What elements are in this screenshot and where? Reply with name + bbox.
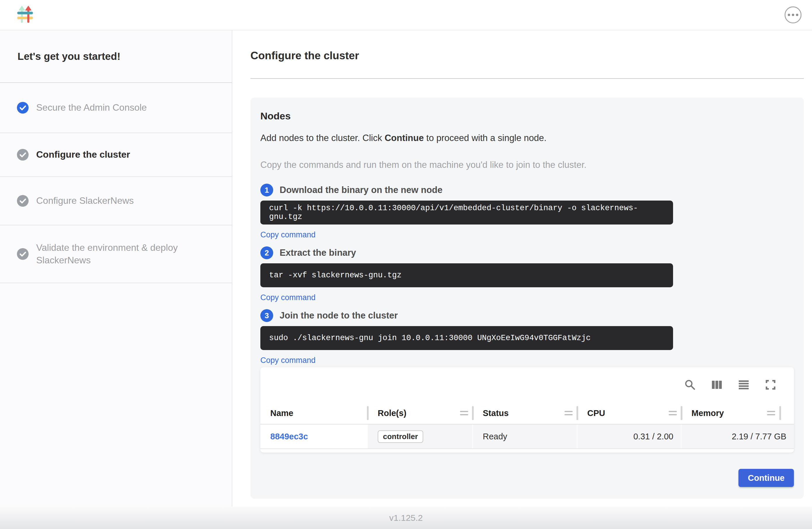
search-icon[interactable]	[684, 378, 696, 391]
column-header-status[interactable]: Status	[473, 402, 577, 424]
fullscreen-icon[interactable]	[764, 378, 777, 391]
columns-icon[interactable]	[710, 378, 723, 391]
step-1-title: Download the binary on the new node	[280, 185, 443, 195]
step-3-header: 3 Join the node to the cluster	[260, 309, 794, 322]
join-instructions: Copy the commands and run them on the ma…	[260, 160, 794, 170]
cell-node-name: 8849ec3c	[260, 425, 368, 448]
cell-status: Ready	[473, 425, 577, 448]
column-header-cpu[interactable]: CPU	[577, 402, 682, 424]
step-2-copy-command-link[interactable]: Copy command	[260, 293, 316, 302]
step-3-command-box: sudo ./slackernews-gnu join 10.0.0.11:30…	[260, 326, 673, 350]
step-3-title: Join the node to the cluster	[280, 310, 398, 321]
cell-cpu: 0.31 / 2.00	[577, 425, 682, 448]
slackernews-logo-icon	[17, 6, 33, 24]
density-icon[interactable]	[737, 378, 750, 391]
page-title: Configure the cluster	[250, 49, 804, 62]
main-content: Configure the cluster Nodes Add nodes to…	[232, 30, 812, 506]
column-menu-icon[interactable]	[565, 411, 572, 415]
table-header-row: Name Role(s) Status CPU	[260, 402, 794, 425]
ellipsis-icon	[788, 14, 790, 16]
continue-button[interactable]: Continue	[738, 469, 794, 487]
sidebar-item-validate-deploy[interactable]: Validate the environment & deploy Slacke…	[0, 225, 232, 283]
nodes-table: Name Role(s) Status CPU	[260, 367, 794, 453]
check-circle-icon	[17, 102, 29, 114]
setup-steps-sidebar: Let's get you started! Secure the Admin …	[0, 30, 232, 506]
check-circle-icon	[17, 248, 29, 260]
nodes-description: Add nodes to the cluster. Click Continue…	[260, 133, 794, 143]
sidebar-item-configure-slackernews[interactable]: Configure SlackerNews	[0, 177, 232, 225]
step-2-title: Extract the binary	[280, 247, 356, 258]
cell-memory: 2.19 / 7.77 GB	[682, 425, 794, 448]
column-menu-icon[interactable]	[767, 411, 775, 415]
step-2-command-box: tar -xvf slackernews-gnu.tgz	[260, 263, 673, 287]
step-2-number-badge: 2	[260, 246, 273, 259]
step-1-copy-command-link[interactable]: Copy command	[260, 230, 316, 239]
table-row: 8849ec3c controller Ready 0.31 / 2.00 2.…	[260, 425, 794, 449]
step-1-number-badge: 1	[260, 184, 273, 197]
column-menu-icon[interactable]	[669, 411, 677, 415]
cell-roles: controller	[368, 425, 473, 448]
check-circle-icon	[17, 195, 29, 207]
sidebar-heading: Let's get you started!	[0, 30, 232, 83]
top-bar	[0, 0, 812, 30]
continue-row: Continue	[260, 469, 794, 487]
step-3-number-badge: 3	[260, 309, 273, 322]
title-divider	[250, 78, 804, 79]
role-chip: controller	[378, 430, 423, 443]
sidebar-item-label: Secure the Admin Console	[36, 101, 147, 114]
sidebar-item-label: Configure the cluster	[36, 148, 130, 161]
step-1-header: 1 Download the binary on the new node	[260, 184, 794, 197]
sidebar-item-label: Validate the environment & deploy Slacke…	[36, 241, 188, 267]
column-header-roles[interactable]: Role(s)	[368, 402, 473, 424]
ellipsis-menu-button[interactable]	[785, 6, 801, 23]
table-toolbar	[260, 367, 794, 402]
node-name-link[interactable]: 8849ec3c	[270, 432, 308, 441]
check-circle-icon	[17, 149, 29, 160]
sidebar-item-secure-admin-console[interactable]: Secure the Admin Console	[0, 83, 232, 133]
step-3-copy-command-link[interactable]: Copy command	[260, 356, 316, 365]
column-header-memory[interactable]: Memory	[682, 402, 794, 424]
nodes-card-title: Nodes	[260, 110, 794, 122]
column-separator[interactable]	[779, 406, 781, 420]
column-header-name[interactable]: Name	[260, 402, 368, 424]
column-menu-icon[interactable]	[460, 411, 468, 415]
version-footer: v1.125.2	[0, 506, 812, 529]
step-2-header: 2 Extract the binary	[260, 246, 794, 259]
step-1-command-box: curl -k https://10.0.0.11:30000/api/v1/e…	[260, 201, 673, 225]
version-label: v1.125.2	[389, 513, 423, 523]
sidebar-item-configure-cluster[interactable]: Configure the cluster	[0, 133, 232, 177]
nodes-card: Nodes Add nodes to the cluster. Click Co…	[250, 98, 804, 499]
sidebar-item-label: Configure SlackerNews	[36, 195, 134, 207]
